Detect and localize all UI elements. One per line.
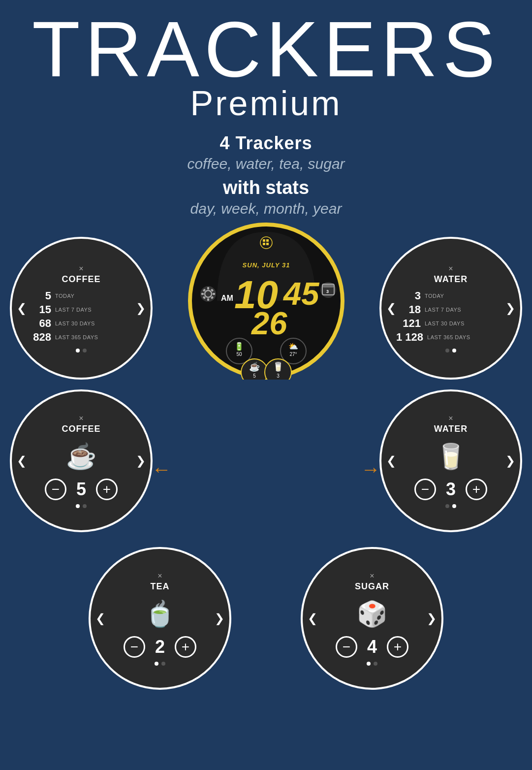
- coffee-stats-dots: [76, 349, 87, 353]
- sugar-cube-icon: 🎲: [357, 600, 387, 628]
- water-30days-value: 121: [396, 317, 421, 330]
- coffee-counter-nav-left[interactable]: ❮: [17, 454, 27, 468]
- sugar-counter-panel: ❮ ❯ × SUGAR 🎲 − 4 +: [301, 547, 443, 690]
- with-stats-label: with stats: [0, 177, 532, 198]
- water-30days-label: LAST 30 DAYS: [425, 321, 465, 326]
- dot-1: [76, 504, 80, 508]
- water-counter-nav-left[interactable]: ❮: [386, 454, 396, 468]
- arrow-to-coffee: ←: [152, 458, 171, 481]
- water-7days-value: 18: [396, 303, 421, 316]
- water-stats-title: WATER: [434, 274, 468, 285]
- water-counter-panel: ❮ ❯ × WATER 🥛 − 3 +: [379, 389, 522, 532]
- svg-rect-3: [266, 239, 269, 242]
- water-today-label: TODAY: [425, 293, 444, 299]
- dot-1: [445, 504, 449, 508]
- sugar-counter-nav-left[interactable]: ❮: [308, 611, 317, 625]
- dot-1: [367, 662, 371, 666]
- coffee-counter-nav-right[interactable]: ❯: [136, 454, 146, 468]
- water-stats-nav-left[interactable]: ❮: [386, 301, 396, 315]
- stats-periods: day, week, month, year: [0, 200, 532, 217]
- svg-rect-4: [263, 243, 265, 245]
- svg-text:3: 3: [277, 373, 280, 379]
- coffee-stats-title: COFFEE: [62, 274, 100, 285]
- dot-2: [452, 504, 456, 508]
- coffee-today-label: TODAY: [55, 293, 74, 299]
- tea-decrement-button[interactable]: −: [124, 636, 145, 658]
- svg-text:45: 45: [282, 276, 319, 312]
- tea-increment-button[interactable]: +: [175, 636, 196, 658]
- tea-counter-panel: ❮ ❯ × TEA 🍵 − 2 +: [89, 547, 231, 690]
- water-365days-row: 1 128 LAST 365 DAYS: [396, 331, 505, 344]
- water-7days-label: LAST 7 DAYS: [425, 307, 461, 313]
- tea-counter-nav-right[interactable]: ❯: [215, 611, 224, 625]
- dot-2: [83, 504, 87, 508]
- water-counter-dots: [445, 504, 456, 508]
- water-30days-row: 121 LAST 30 DAYS: [396, 317, 505, 330]
- tea-counter-title: TEA: [151, 581, 170, 592]
- tea-counter-close[interactable]: ×: [157, 572, 162, 580]
- dot-1: [155, 662, 158, 666]
- coffee-today-row: 5 TODAY: [27, 289, 136, 302]
- water-stats-rows: 3 TODAY 18 LAST 7 DAYS 121 LAST 30 DAYS …: [381, 289, 520, 345]
- sugar-counter-nav-right[interactable]: ❯: [427, 611, 437, 625]
- svg-text:🥛: 🥛: [273, 361, 284, 372]
- coffee-30days-value: 68: [27, 317, 51, 330]
- arrow-to-water: →: [361, 458, 380, 481]
- coffee-count-value: 5: [76, 479, 86, 500]
- tea-counter-nav-left[interactable]: ❮: [95, 611, 105, 625]
- dot-2: [161, 662, 165, 666]
- svg-text:5: 5: [253, 373, 256, 379]
- dot-1: [445, 349, 449, 353]
- sugar-increment-button[interactable]: +: [387, 636, 408, 658]
- coffee-stats-close[interactable]: ×: [79, 264, 83, 273]
- sugar-count-value: 4: [367, 637, 377, 657]
- coffee-decrement-button[interactable]: −: [45, 479, 66, 500]
- water-365days-label: LAST 365 DAYS: [427, 334, 470, 340]
- svg-text:26: 26: [250, 305, 287, 341]
- svg-text:AM: AM: [221, 294, 233, 302]
- water-today-value: 3: [396, 289, 421, 302]
- coffee-365days-row: 828 LAST 365 DAYS: [27, 331, 136, 344]
- tea-count-value: 2: [155, 637, 165, 657]
- coffee-counter-close[interactable]: ×: [79, 414, 83, 423]
- water-glass-icon: 🥛: [436, 442, 466, 471]
- svg-text:SUN, JULY 31: SUN, JULY 31: [242, 261, 290, 269]
- water-counter-controls: − 3 +: [414, 479, 487, 500]
- svg-text:50: 50: [236, 352, 242, 357]
- coffee-7days-row: 15 LAST 7 DAYS: [27, 303, 136, 316]
- trackers-types: coffee, water, tea, sugar: [0, 156, 532, 172]
- coffee-cup-icon: ☕: [66, 442, 96, 471]
- svg-text:☕: ☕: [249, 361, 260, 372]
- trackers-count: 4 Trackers: [0, 133, 532, 154]
- water-stats-dots: [445, 349, 456, 353]
- tea-counter-controls: − 2 +: [124, 636, 196, 658]
- sugar-counter-close[interactable]: ×: [370, 572, 374, 580]
- sugar-decrement-button[interactable]: −: [336, 636, 357, 658]
- water-counter-nav-right[interactable]: ❯: [505, 454, 515, 468]
- coffee-stats-nav-right[interactable]: ❯: [136, 301, 146, 315]
- panels-area: ❮ ❯ × COFFEE 5 TODAY 15 LAST 7 DAYS 68 L…: [0, 222, 532, 705]
- water-count-value: 3: [446, 479, 456, 500]
- svg-rect-8: [207, 287, 209, 289]
- tea-cup-icon: 🍵: [145, 600, 175, 628]
- water-today-row: 3 TODAY: [396, 289, 505, 302]
- water-stats-close[interactable]: ×: [448, 264, 453, 273]
- coffee-increment-button[interactable]: +: [96, 479, 118, 500]
- svg-text:27°: 27°: [289, 352, 297, 357]
- water-decrement-button[interactable]: −: [414, 479, 436, 500]
- tea-counter-dots: [155, 662, 165, 666]
- coffee-counter-title: COFFEE: [62, 424, 100, 434]
- svg-rect-18: [322, 284, 334, 288]
- coffee-stats-rows: 5 TODAY 15 LAST 7 DAYS 68 LAST 30 DAYS 8…: [12, 289, 151, 345]
- svg-rect-9: [207, 298, 209, 301]
- watch-svg: 3 SUN, JULY 31 AM 10 45 26 🔋 50 ⛅ 27°: [188, 222, 345, 380]
- water-stats-panel: ❮ ❯ × WATER 3 TODAY 18 LAST 7 DAYS 121 L…: [379, 237, 522, 380]
- water-increment-button[interactable]: +: [466, 479, 487, 500]
- header: TRACKERS Premium 4 Trackers coffee, wate…: [0, 0, 532, 222]
- coffee-stats-nav-left[interactable]: ❮: [17, 301, 27, 315]
- water-counter-close[interactable]: ×: [448, 414, 453, 423]
- water-counter-title: WATER: [434, 424, 468, 434]
- coffee-7days-value: 15: [27, 303, 51, 316]
- water-stats-nav-right[interactable]: ❯: [505, 301, 515, 315]
- coffee-counter-controls: − 5 +: [45, 479, 118, 500]
